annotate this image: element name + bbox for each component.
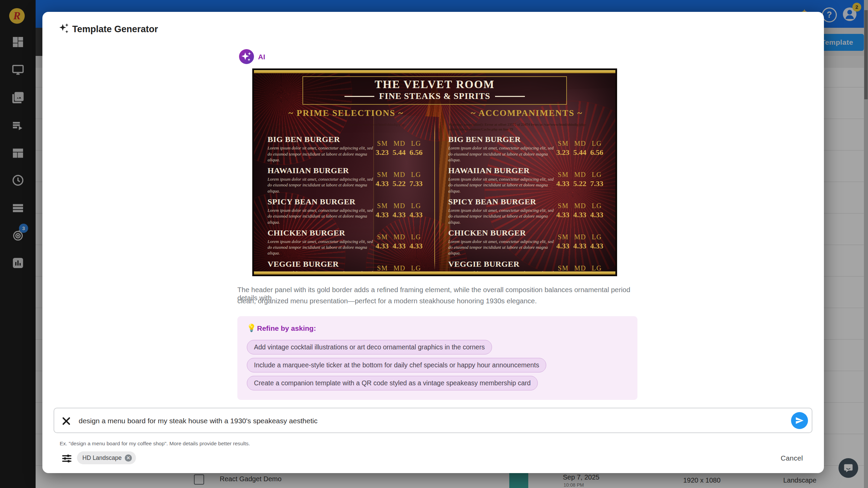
hd-landscape-chip[interactable]: HD Landscape ✕	[77, 451, 136, 464]
rule-right	[495, 96, 525, 97]
rule-left	[344, 96, 374, 97]
clear-input-icon[interactable]	[62, 416, 71, 426]
app-screen: ✦ ? 2 Template React Gadget Demo Sep 7, …	[0, 0, 868, 488]
menu-item: HAWAIIAN BURGERLorem ipsum dolor sit ame…	[448, 166, 605, 194]
input-helper-text: Ex. "design a menu board for my coffee s…	[60, 441, 250, 447]
prompt-input-container	[54, 408, 812, 433]
template-generator-modal: Template Generator AI THE VELVET ROOM	[42, 12, 824, 473]
lightbulb-icon: 💡	[247, 324, 256, 332]
restaurant-tagline: FINE STEAKS & SPIRITS	[379, 91, 490, 101]
sparkles-icon	[58, 23, 70, 35]
ai-description-line2: clean, organized menu presentation—perfe…	[237, 297, 641, 305]
cancel-button[interactable]: Cancel	[781, 454, 803, 462]
menu-item: BIG BEN BURGERLorem ipsum dolor sit amet…	[268, 135, 425, 163]
php-warning-artifact: Warning: unserialize(): Error at offset …	[448, 122, 605, 131]
gold-bar-bottom	[254, 271, 615, 274]
refine-chip-3[interactable]: Create a companion template with a QR co…	[247, 376, 538, 390]
menu-item: SPICY BEAN BURGERLorem ipsum dolor sit a…	[268, 197, 425, 225]
restaurant-name: THE VELVET ROOM	[303, 78, 566, 91]
menu-section-heading: ~ ACCOMPANIMENTS ~	[448, 108, 605, 118]
php-warning-artifact: Warning: unserialize(): Error at offset …	[268, 122, 425, 131]
remove-chip-icon[interactable]: ✕	[125, 454, 132, 462]
send-button[interactable]	[791, 412, 808, 429]
menu-column-divider	[434, 121, 435, 270]
menu-section-heading: ~ PRIME SELECTIONS ~	[268, 108, 425, 118]
menu-item: BIG BEN BURGERLorem ipsum dolor sit amet…	[448, 135, 605, 163]
menu-column-left: ~ PRIME SELECTIONS ~ Warning: unserializ…	[254, 108, 435, 276]
ai-avatar	[239, 49, 254, 64]
generated-template-preview[interactable]: THE VELVET ROOM FINE STEAKS & SPIRITS ~ …	[252, 68, 617, 276]
menu-item: HAWAIIAN BURGERLorem ipsum dolor sit ame…	[268, 166, 425, 194]
send-icon	[795, 416, 804, 425]
prompt-input[interactable]	[78, 414, 778, 427]
refine-chip-1[interactable]: Add vintage cocktail illustrations or ar…	[247, 340, 492, 354]
refine-title: Refine by asking:	[257, 324, 316, 332]
gold-bar-top	[254, 70, 615, 73]
refine-suggestions-box: 💡 Refine by asking: Add vintage cocktail…	[237, 316, 637, 400]
menu-item: SPICY BEAN BURGERLorem ipsum dolor sit a…	[448, 197, 605, 225]
chip-label: HD Landscape	[82, 454, 122, 462]
menu-column-right: ~ ACCOMPANIMENTS ~ Warning: unserialize(…	[435, 108, 615, 276]
refine-chip-2[interactable]: Include a marquee-style ticker at the bo…	[247, 358, 546, 372]
tune-settings-icon[interactable]	[61, 453, 72, 464]
menu-item: CHICKEN BURGERLorem ipsum dolor sit amet…	[268, 228, 425, 256]
modal-title: Template Generator	[72, 24, 158, 35]
menu-item: CHICKEN BURGERLorem ipsum dolor sit amet…	[448, 228, 605, 256]
ai-sparkle-icon	[239, 49, 254, 64]
ai-label: AI	[258, 53, 265, 61]
menu-header-panel: THE VELVET ROOM FINE STEAKS & SPIRITS	[302, 76, 567, 105]
